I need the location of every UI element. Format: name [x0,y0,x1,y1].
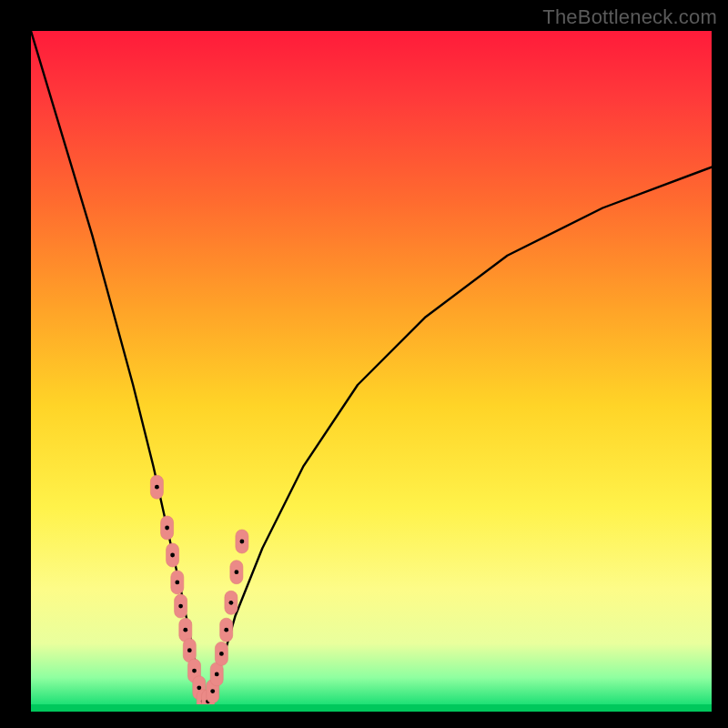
curve-sample-dot [170,553,175,558]
bottleneck-curve-path [31,31,712,705]
curve-sample-dot [229,601,234,605]
highlight-markers [150,475,248,712]
chart-outer-frame: TheBottleneck.com [0,0,728,728]
curve-sample-dot [192,669,197,673]
optimal-green-band [31,704,712,712]
curve-sample-dot [165,526,169,531]
watermark-text: TheBottleneck.com [542,5,717,29]
curve-sample-dot [183,628,187,632]
curve-sample-dot [219,652,224,656]
curve-sample-dot [187,648,192,652]
curve-sample-dot [175,581,179,585]
curve-sample-dot [178,604,183,609]
chart-svg-layer [31,31,712,712]
curve-sample-dot [240,540,245,544]
curve-sample-dot [215,672,219,677]
curve-sample-dot [224,628,228,632]
curve-sample-dot [210,689,215,693]
curve-sample-dot [235,570,239,574]
curve-sample-dot [155,485,159,490]
chart-plot-area [31,31,712,712]
curve-sample-dot [197,685,201,690]
